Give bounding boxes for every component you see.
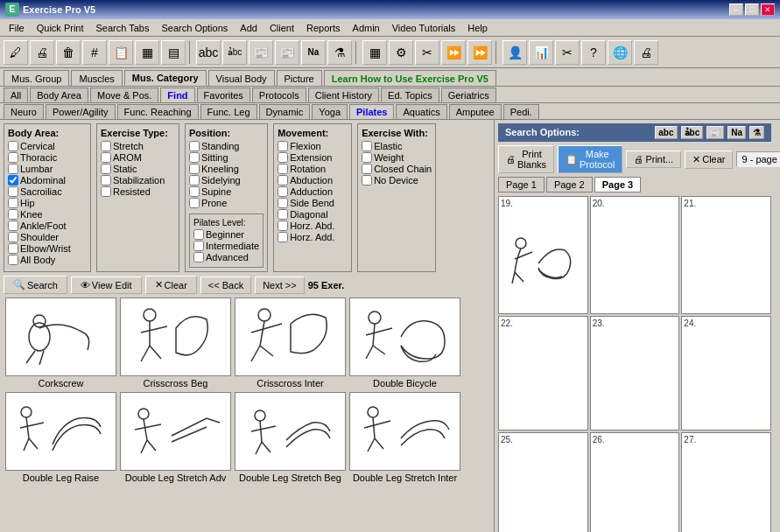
horzadd-checkbox[interactable] bbox=[278, 232, 288, 242]
toolbar-btn-17[interactable]: ⏩ bbox=[467, 40, 492, 65]
stabilization-checkbox[interactable] bbox=[101, 175, 111, 186]
standing-checkbox[interactable] bbox=[189, 141, 200, 151]
toolbar-btn-11[interactable]: 📰 bbox=[275, 40, 299, 65]
close-button[interactable]: ✕ bbox=[761, 4, 775, 16]
adduction-checkbox[interactable] bbox=[278, 186, 288, 197]
thoracic-checkbox[interactable] bbox=[8, 152, 18, 163]
toolbar-btn-23[interactable]: 🖨 bbox=[634, 40, 658, 65]
toolbar-btn-4[interactable]: # bbox=[82, 40, 107, 65]
subtab-poweragility[interactable]: Power/Agility bbox=[46, 104, 116, 119]
page-tab-3[interactable]: Page 3 bbox=[594, 177, 641, 192]
toolbar-btn-10[interactable]: 📰 bbox=[249, 40, 273, 65]
exercise-double-bicycle[interactable]: Double Bicycle bbox=[349, 298, 460, 388]
result-cell-26[interactable]: 26. bbox=[590, 432, 680, 532]
static-checkbox[interactable] bbox=[101, 164, 111, 174]
knee-checkbox[interactable] bbox=[8, 209, 18, 220]
exercise-crisscross-beg[interactable]: Crisscross Beg bbox=[120, 298, 231, 388]
search-button[interactable]: 🔍 Search bbox=[4, 276, 67, 294]
tab-musgroup[interactable]: Mus. Group bbox=[4, 70, 69, 86]
horzabd-checkbox[interactable] bbox=[278, 220, 288, 231]
toolbar-btn-13[interactable]: ▦ bbox=[362, 40, 387, 65]
toolbar-btn-22[interactable]: 🌐 bbox=[608, 40, 632, 65]
subtab-clienthistory[interactable]: Client History bbox=[308, 88, 379, 102]
toolbar-btn-na[interactable]: Na bbox=[301, 40, 326, 65]
result-cell-24[interactable]: 24. bbox=[681, 316, 771, 430]
menu-file[interactable]: File bbox=[4, 21, 30, 35]
result-cell-21[interactable]: 21. bbox=[681, 196, 771, 314]
stretch-checkbox[interactable] bbox=[101, 141, 111, 151]
exercise-double-leg-stretch-inter[interactable]: Double Leg Stretch Inter bbox=[349, 392, 460, 483]
result-cell-22[interactable]: 22. bbox=[498, 316, 588, 430]
sacroiliac-checkbox[interactable] bbox=[8, 186, 18, 197]
abduction-checkbox[interactable] bbox=[278, 175, 288, 186]
lumbar-checkbox[interactable] bbox=[8, 164, 18, 174]
resisted-checkbox[interactable] bbox=[101, 186, 111, 197]
toolbar-btn-2[interactable]: 🖨 bbox=[30, 40, 54, 65]
prone-checkbox[interactable] bbox=[189, 198, 200, 208]
back-button[interactable]: << Back bbox=[200, 276, 251, 294]
viewedit-button[interactable]: 👁 View Edit bbox=[71, 276, 142, 294]
exercise-crisscross-inter[interactable]: Crisscross Inter bbox=[235, 298, 346, 388]
rotation-checkbox[interactable] bbox=[278, 164, 288, 174]
sitting-checkbox[interactable] bbox=[189, 152, 200, 163]
menu-searchoptions[interactable]: Search Options bbox=[156, 21, 233, 35]
result-cell-23[interactable]: 23. bbox=[590, 316, 680, 430]
exercise-double-leg-stretch-adv[interactable]: Double Leg Stretch Adv bbox=[120, 392, 231, 483]
intermediate-checkbox[interactable] bbox=[193, 241, 204, 251]
sidelying-checkbox[interactable] bbox=[189, 175, 200, 186]
menu-videotutorials[interactable]: Video Tutorials bbox=[387, 21, 461, 35]
arom-checkbox[interactable] bbox=[101, 152, 111, 163]
menu-quickprint[interactable]: Quick Print bbox=[32, 21, 89, 35]
cervical-checkbox[interactable] bbox=[8, 141, 18, 151]
result-cell-20[interactable]: 20. bbox=[590, 196, 680, 314]
anklefoot-checkbox[interactable] bbox=[8, 220, 18, 231]
toolbar-btn-16[interactable]: ⏩ bbox=[441, 40, 466, 65]
toolbar-btn-21[interactable]: ? bbox=[581, 40, 606, 65]
page-size-select[interactable]: 9 - page 12 - page 16 - page bbox=[736, 151, 780, 167]
toolbar-btn-15[interactable]: ✂ bbox=[415, 40, 439, 65]
subtab-protocols[interactable]: Protocols bbox=[252, 88, 306, 102]
flexion-checkbox[interactable] bbox=[278, 141, 288, 151]
toolbar-btn-6[interactable]: ▦ bbox=[135, 40, 159, 65]
toolbar-btn-8[interactable]: abc bbox=[196, 40, 221, 65]
toolbar-btn-18[interactable]: 👤 bbox=[502, 40, 527, 65]
exercise-corkscrew[interactable]: Corkscrew bbox=[5, 298, 116, 388]
subtab-edtopics[interactable]: Ed. Topics bbox=[381, 88, 439, 102]
kneeling-checkbox[interactable] bbox=[189, 164, 200, 174]
nodevice-checkbox[interactable] bbox=[362, 175, 372, 186]
maximize-button[interactable]: □ bbox=[745, 4, 759, 16]
subtab-movepos[interactable]: Move & Pos. bbox=[90, 88, 158, 102]
subtab-funcreaching[interactable]: Func. Reaching bbox=[117, 104, 199, 119]
page-tab-2[interactable]: Page 2 bbox=[546, 177, 593, 192]
sidebend-checkbox[interactable] bbox=[278, 198, 288, 208]
beginner-checkbox[interactable] bbox=[193, 229, 204, 240]
extension-checkbox[interactable] bbox=[278, 152, 288, 163]
subtab-bodyarea[interactable]: Body Area bbox=[30, 88, 88, 102]
tab-muscategory[interactable]: Mus. Category bbox=[124, 70, 207, 86]
print-button[interactable]: 🖨 Print... bbox=[626, 150, 681, 168]
exercise-double-leg-stretch-beg[interactable]: Double Leg Stretch Beg bbox=[235, 392, 346, 483]
subtab-neuro[interactable]: Neuro bbox=[4, 104, 44, 119]
subtab-geriatrics[interactable]: Geriatrics bbox=[441, 88, 496, 102]
tab-muscles[interactable]: Muscles bbox=[71, 70, 122, 86]
subtab-all[interactable]: All bbox=[4, 88, 28, 102]
subtab-favorites[interactable]: Favorites bbox=[197, 88, 250, 102]
menu-searchtabs[interactable]: Search Tabs bbox=[91, 21, 155, 35]
toolbar-btn-19[interactable]: 📊 bbox=[529, 40, 553, 65]
next-button[interactable]: Next >> bbox=[255, 276, 305, 294]
supine-checkbox[interactable] bbox=[189, 186, 200, 197]
elbowwrist-checkbox[interactable] bbox=[8, 243, 18, 254]
tab-learnhow[interactable]: Learn How to Use Exercise Pro V5 bbox=[324, 70, 496, 86]
subtab-find[interactable]: Find bbox=[160, 88, 194, 102]
toolbar-btn-3[interactable]: 🗑 bbox=[56, 40, 81, 65]
menu-add[interactable]: Add bbox=[235, 21, 263, 35]
subtab-funcleg[interactable]: Func. Leg bbox=[200, 104, 257, 119]
menu-reports[interactable]: Reports bbox=[301, 21, 346, 35]
shoulder-checkbox[interactable] bbox=[8, 232, 18, 242]
subtab-dynamic[interactable]: Dynamic bbox=[259, 104, 311, 119]
toolbar-btn-5[interactable]: 📋 bbox=[109, 40, 133, 65]
advanced-checkbox[interactable] bbox=[193, 252, 204, 262]
exercise-double-leg-raise[interactable]: Double Leg Raise bbox=[5, 392, 116, 483]
page-tab-1[interactable]: Page 1 bbox=[498, 177, 545, 192]
menu-client[interactable]: Client bbox=[264, 21, 299, 35]
